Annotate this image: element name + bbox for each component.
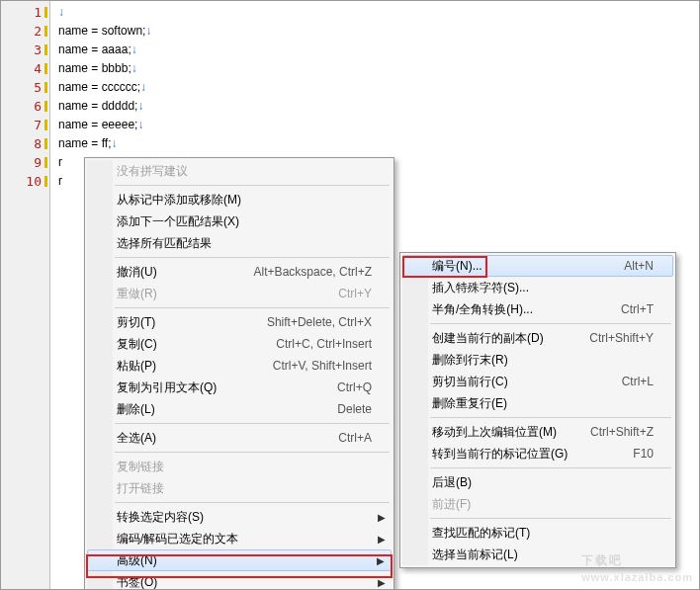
line-number: 6 bbox=[1, 97, 49, 116]
menu-advanced[interactable]: 高级(N)▶ bbox=[87, 549, 392, 571]
line-number: 8 bbox=[1, 134, 49, 153]
menu-open-link: 打开链接 bbox=[87, 477, 392, 499]
menu-half-full-width[interactable]: 半角/全角转换(H)...Ctrl+T bbox=[402, 298, 673, 320]
menu-separator bbox=[430, 417, 671, 418]
menu-separator bbox=[115, 423, 390, 424]
menu-separator bbox=[115, 502, 390, 503]
menu-undo[interactable]: 撤消(U)Alt+Backspace, Ctrl+Z bbox=[87, 261, 392, 283]
menu-insert-special-char[interactable]: 插入特殊字符(S)... bbox=[402, 277, 673, 298]
menu-forward: 前进(F) bbox=[402, 493, 673, 515]
menu-delete[interactable]: 删除(L)Delete bbox=[87, 398, 392, 420]
menu-separator bbox=[430, 518, 671, 519]
menu-add-remove-markers[interactable]: 从标记中添加或移除(M) bbox=[87, 189, 392, 211]
chevron-right-icon: ▶ bbox=[378, 512, 386, 523]
line-number: 1 bbox=[1, 3, 49, 22]
menu-separator bbox=[115, 257, 390, 258]
menu-add-next-match[interactable]: 添加下一个匹配结果(X) bbox=[87, 211, 392, 232]
menu-separator bbox=[115, 307, 390, 308]
advanced-submenu: 编号(N)...Alt+N 插入特殊字符(S)... 半角/全角转换(H)...… bbox=[399, 252, 676, 568]
code-line[interactable]: name = bbbb; bbox=[58, 61, 131, 75]
menu-convert-selection[interactable]: 转换选定内容(S)▶ bbox=[87, 506, 392, 528]
code-line[interactable]: name = ddddd; bbox=[58, 99, 137, 113]
menu-goto-bookmark-pos[interactable]: 转到当前行的标记位置(G)F10 bbox=[402, 443, 673, 464]
menu-move-last-edit[interactable]: 移动到上次编辑位置(M)Ctrl+Shift+Z bbox=[402, 421, 673, 443]
menu-separator bbox=[115, 185, 390, 186]
menu-no-spell-suggestions: 没有拼写建议 bbox=[87, 160, 392, 182]
code-line[interactable]: r bbox=[58, 174, 62, 188]
line-number: 7 bbox=[1, 116, 49, 134]
menu-separator bbox=[430, 467, 671, 468]
menu-redo: 重做(R)Ctrl+Y bbox=[87, 283, 392, 304]
menu-copy[interactable]: 复制(C)Ctrl+C, Ctrl+Insert bbox=[87, 333, 392, 355]
menu-duplicate-line[interactable]: 创建当前行的副本(D)Ctrl+Shift+Y bbox=[402, 327, 673, 349]
chevron-right-icon: ▶ bbox=[378, 577, 386, 588]
menu-bookmarks[interactable]: 书签(O)▶ bbox=[87, 571, 392, 590]
menu-select-all[interactable]: 全选(A)Ctrl+A bbox=[87, 427, 392, 449]
line-number: 9 bbox=[1, 153, 49, 172]
context-menu: 没有拼写建议 从标记中添加或移除(M) 添加下一个匹配结果(X) 选择所有匹配结… bbox=[84, 157, 394, 590]
code-line[interactable]: name = aaaa; bbox=[58, 42, 131, 56]
line-number: 2 bbox=[1, 22, 49, 41]
line-number-gutter: 1 2 3 4 5 6 7 8 9 10 bbox=[1, 1, 50, 589]
menu-numbering[interactable]: 编号(N)...Alt+N bbox=[402, 255, 673, 277]
code-line[interactable]: name = softown; bbox=[58, 24, 145, 38]
menu-separator bbox=[115, 452, 390, 453]
line-number: 5 bbox=[1, 78, 49, 97]
menu-encode-decode[interactable]: 编码/解码已选定的文本▶ bbox=[87, 528, 392, 549]
chevron-right-icon: ▶ bbox=[377, 555, 385, 566]
menu-paste[interactable]: 粘贴(P)Ctrl+V, Shift+Insert bbox=[87, 355, 392, 377]
code-line[interactable]: name = ff; bbox=[58, 136, 111, 150]
menu-back[interactable]: 后退(B) bbox=[402, 471, 673, 493]
code-line[interactable]: name = eeeee; bbox=[58, 118, 137, 131]
chevron-right-icon: ▶ bbox=[378, 534, 386, 545]
code-line[interactable]: name = cccccc; bbox=[58, 80, 140, 94]
menu-copy-quoted[interactable]: 复制为引用文本(Q)Ctrl+Q bbox=[87, 377, 392, 398]
line-number: 3 bbox=[1, 41, 49, 59]
menu-delete-duplicate-lines[interactable]: 删除重复行(E) bbox=[402, 392, 673, 414]
menu-cut-line[interactable]: 剪切当前行(C)Ctrl+L bbox=[402, 371, 673, 392]
line-number: 10 bbox=[1, 172, 49, 191]
menu-copy-link: 复制链接 bbox=[87, 456, 392, 477]
line-number: 4 bbox=[1, 59, 49, 78]
watermark: 下载吧 www.xiazaiba.com bbox=[581, 540, 693, 583]
menu-separator bbox=[430, 323, 671, 324]
code-line[interactable]: r bbox=[58, 155, 62, 169]
menu-delete-to-eol[interactable]: 删除到行末(R) bbox=[402, 349, 673, 371]
menu-select-all-matches[interactable]: 选择所有匹配结果 bbox=[87, 232, 392, 254]
menu-cut[interactable]: 剪切(T)Shift+Delete, Ctrl+X bbox=[87, 311, 392, 333]
